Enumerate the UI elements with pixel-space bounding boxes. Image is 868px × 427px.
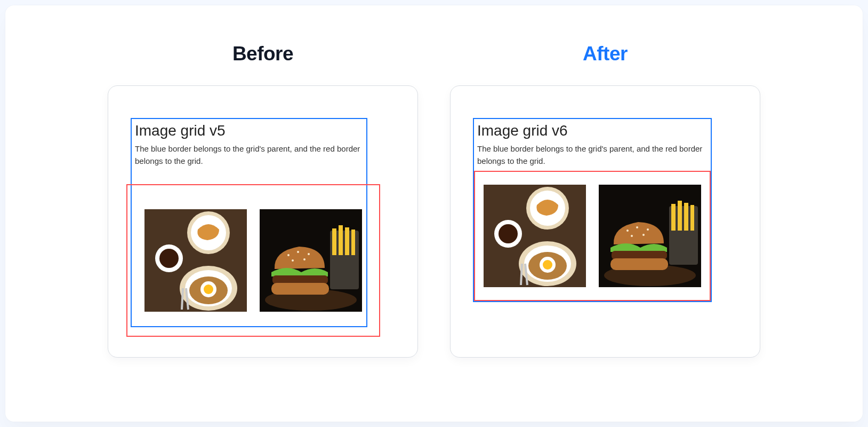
burger-icon (260, 209, 362, 312)
grid-image (484, 185, 586, 287)
svg-rect-23 (271, 283, 329, 295)
grid-title-area: Image grid v6 The blue border belongs to… (474, 119, 711, 171)
svg-rect-47 (610, 258, 668, 270)
grid-description: The blue border belongs to the grid's pa… (477, 143, 706, 168)
grid-description: The blue border belongs to the grid's pa… (135, 143, 362, 168)
svg-rect-16 (351, 230, 355, 255)
before-card: Image grid v5 The blue border belongs to… (108, 85, 418, 358)
grid-title-area: Image grid v5 The blue border belongs to… (132, 119, 366, 171)
grid-title: Image grid v6 (477, 122, 706, 139)
grid-title: Image grid v5 (135, 122, 362, 139)
comparison-columns: Before Image grid v5 The blue border bel… (5, 43, 863, 358)
image-grid-outline (474, 171, 711, 301)
burger-icon (599, 185, 701, 287)
breakfast-icon (484, 185, 586, 287)
grid-image (599, 185, 701, 287)
after-card: Image grid v6 The blue border belongs to… (450, 85, 760, 358)
svg-rect-39 (684, 203, 688, 231)
svg-point-45 (631, 235, 633, 237)
breakfast-icon (144, 209, 247, 312)
svg-rect-14 (339, 225, 343, 255)
svg-point-33 (543, 260, 552, 270)
svg-point-28 (499, 224, 518, 243)
grid-parent-outline: Image grid v5 The blue border belongs to… (131, 118, 367, 327)
svg-point-17 (287, 254, 290, 256)
svg-rect-38 (678, 201, 682, 231)
svg-rect-13 (332, 228, 336, 255)
svg-point-41 (626, 230, 629, 232)
svg-point-9 (204, 284, 213, 294)
svg-point-18 (297, 251, 299, 253)
svg-rect-46 (612, 251, 667, 259)
grid-image (260, 209, 362, 312)
svg-point-20 (303, 258, 306, 260)
svg-rect-22 (272, 275, 328, 284)
comparison-viewport: Before Image grid v5 The blue border bel… (5, 5, 863, 422)
svg-rect-37 (671, 204, 676, 231)
svg-point-44 (642, 234, 645, 236)
svg-point-4 (159, 249, 179, 268)
grid-parent-outline: Image grid v6 The blue border belongs to… (473, 118, 712, 302)
svg-rect-15 (345, 227, 349, 255)
grid-image (144, 209, 247, 312)
svg-point-43 (647, 228, 649, 231)
after-heading: After (583, 43, 628, 65)
svg-point-42 (636, 226, 638, 228)
svg-point-19 (308, 253, 310, 255)
before-column: Before Image grid v5 The blue border bel… (108, 43, 418, 358)
svg-point-21 (292, 259, 294, 262)
before-heading: Before (232, 43, 293, 65)
image-grid-outline (126, 184, 380, 337)
after-column: After Image grid v6 The blue border belo… (450, 43, 760, 358)
svg-rect-40 (690, 205, 694, 231)
